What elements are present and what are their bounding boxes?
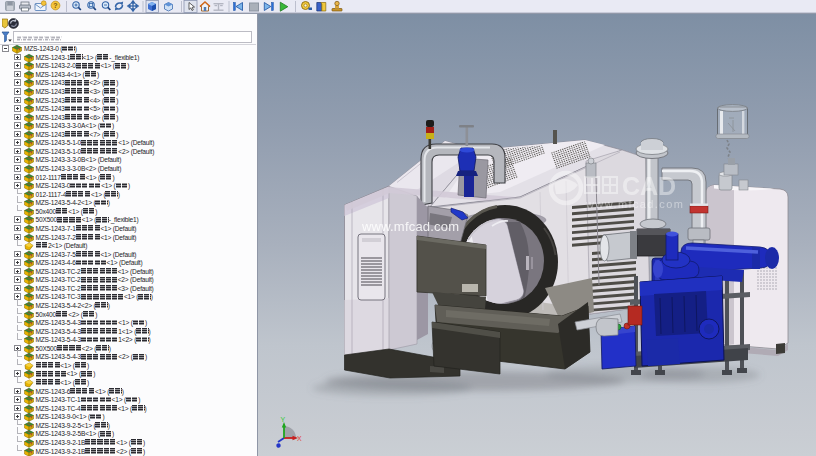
svg-text:CAD: CAD <box>622 172 676 200</box>
svg-text:www.mfcad.com: www.mfcad.com <box>361 219 459 234</box>
svg-text:X: X <box>297 435 302 442</box>
svg-text:?: ? <box>53 2 57 9</box>
svg-text:www.mfcad.com: www.mfcad.com <box>585 198 684 210</box>
svg-text:Y: Y <box>281 416 286 423</box>
